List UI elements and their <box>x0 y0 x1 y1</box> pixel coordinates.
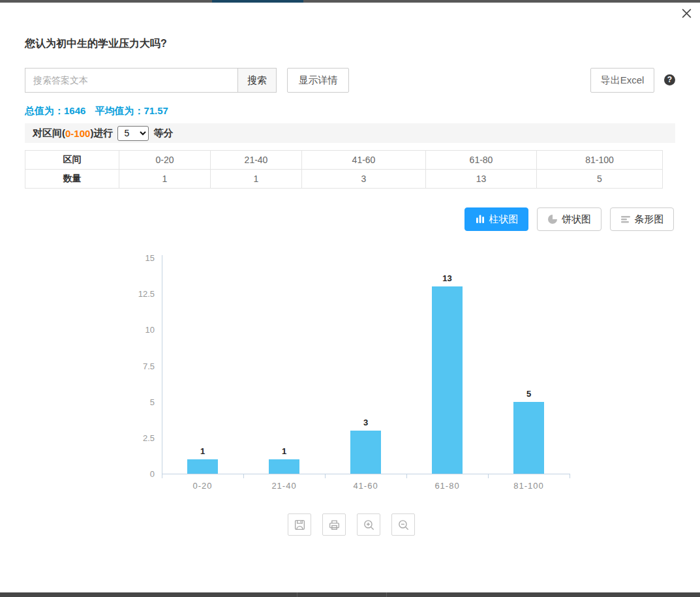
bottom-strip-divider <box>386 592 387 597</box>
average-label: 平均值为： <box>95 105 144 116</box>
zoom-in-button[interactable] <box>357 513 380 536</box>
close-button[interactable] <box>678 5 694 21</box>
bottom-strip-divider <box>297 592 297 597</box>
help-icon[interactable]: ? <box>664 74 675 85</box>
total-value: 1646 <box>64 105 85 116</box>
tab-bar-chart-label: 柱状图 <box>489 213 519 226</box>
interval-cell: 61-80 <box>426 151 537 170</box>
count-cell: 5 <box>537 170 663 189</box>
divisions-select[interactable]: 5 <box>117 126 149 141</box>
interval-cell: 41-60 <box>302 151 426 170</box>
row-header-interval: 区间 <box>25 151 119 170</box>
interval-band: 对区间(0-100)进行 5 等分 <box>25 123 675 143</box>
close-icon <box>680 7 693 20</box>
bar-chart-icon <box>475 214 485 224</box>
count-cell: 13 <box>426 170 537 189</box>
interval-cell: 81-100 <box>537 151 663 170</box>
pie-chart-icon <box>547 214 558 224</box>
stats-line: 总值为：1646平均值为：71.57 <box>25 105 168 117</box>
tab-bar-chart[interactable]: 柱状图 <box>464 207 528 231</box>
save-image-button[interactable] <box>288 513 311 536</box>
tab-horizontal-bar-chart-label: 条形图 <box>635 213 664 226</box>
interval-text-suffix: 等分 <box>153 127 173 140</box>
export-excel-button[interactable]: 导出Excel <box>590 68 654 93</box>
print-icon <box>328 519 341 531</box>
frequency-table: 区间 0-20 21-40 41-60 61-80 81-100 数量 1 1 … <box>25 150 663 189</box>
interval-range: 0-100 <box>65 128 90 139</box>
tab-horizontal-bar-chart[interactable]: 条形图 <box>610 207 674 231</box>
count-cell: 3 <box>302 170 426 189</box>
zoom-out-button[interactable] <box>391 513 415 536</box>
total-label: 总值为： <box>25 105 64 116</box>
show-details-button[interactable]: 显示详情 <box>287 68 349 93</box>
average-value: 71.57 <box>144 105 168 116</box>
table-row-intervals: 区间 0-20 21-40 41-60 61-80 81-100 <box>25 151 663 170</box>
row-header-count: 数量 <box>25 170 119 189</box>
interval-text-before: 对区间( <box>33 127 65 140</box>
zoom-out-icon <box>397 519 410 531</box>
horizontal-bar-chart-icon <box>620 214 631 224</box>
interval-cell: 21-40 <box>211 151 302 170</box>
search-button[interactable]: 搜索 <box>237 68 277 93</box>
table-row-counts: 数量 1 1 3 13 5 <box>25 170 663 189</box>
interval-text-after: )进行 <box>90 127 113 140</box>
zoom-in-icon <box>363 519 375 531</box>
page-title: 您认为初中生的学业压力大吗? <box>25 37 167 51</box>
chart-toolbar <box>288 513 415 536</box>
print-button[interactable] <box>322 513 346 536</box>
save-icon <box>294 519 306 531</box>
count-cell: 1 <box>211 170 302 189</box>
background-bottom-strip <box>0 592 700 597</box>
search-input[interactable] <box>25 68 238 93</box>
tab-pie-chart[interactable]: 饼状图 <box>537 207 601 231</box>
count-cell: 1 <box>119 170 211 189</box>
interval-cell: 0-20 <box>119 151 211 170</box>
tab-pie-chart-label: 饼状图 <box>562 213 591 226</box>
survey-stats-dialog: 您认为初中生的学业压力大吗? 搜索 显示详情 导出Excel ? 总值为：164… <box>0 0 700 597</box>
